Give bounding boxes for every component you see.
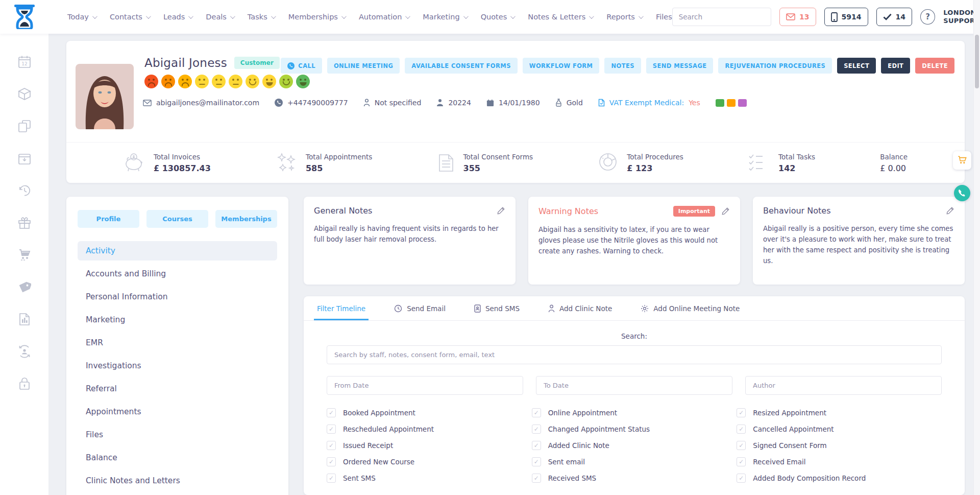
sidebar-item-personal-information[interactable]: Personal Information — [78, 287, 277, 307]
scrollbar-thumb[interactable] — [975, 35, 979, 88]
sidebar-item-accounts-and-billing[interactable]: Accounts and Billing — [78, 264, 277, 284]
checkbox-checked[interactable] — [327, 457, 336, 466]
rejuvenation-procedures-button[interactable]: REJUVENATION PROCEDURES — [718, 58, 832, 74]
checkbox-checked[interactable] — [737, 408, 746, 417]
mood-face-4-icon[interactable] — [195, 75, 209, 88]
nav-item-leads[interactable]: Leads — [163, 13, 192, 21]
floating-call-support-button[interactable] — [954, 185, 970, 201]
checkbox-checked[interactable] — [532, 457, 541, 466]
tab-courses[interactable]: Courses — [146, 210, 208, 228]
nav-item-today[interactable]: Today — [67, 13, 96, 21]
nav-item-files[interactable]: Files — [656, 13, 672, 21]
price-tag-icon[interactable] — [18, 280, 31, 294]
client-phone[interactable]: +447490009777 — [275, 99, 348, 107]
client-email[interactable]: abigailjones@mailinator.com — [143, 99, 259, 107]
vat-exempt-medical[interactable]: VAT Exempt Medical: Yes — [598, 99, 700, 107]
tab-profile[interactable]: Profile — [78, 210, 139, 228]
sidebar-item-emr[interactable]: EMR — [78, 333, 277, 352]
mood-face-10-icon[interactable] — [296, 75, 310, 88]
checkbox-checked[interactable] — [737, 441, 746, 450]
lock-icon[interactable] — [18, 377, 31, 390]
label-square-green[interactable] — [716, 99, 724, 107]
sidebar-item-referral[interactable]: Referral — [78, 379, 277, 398]
timeline-search-input[interactable] — [327, 345, 942, 364]
mood-face-5-icon[interactable] — [212, 75, 226, 88]
notes-button[interactable]: NOTES — [604, 58, 641, 74]
calendar-check-icon[interactable] — [18, 152, 31, 165]
workflow-form-button[interactable]: WORKFLOW FORM — [523, 58, 600, 74]
checkbox-checked[interactable] — [737, 474, 746, 483]
sidebar-item-balance[interactable]: Balance — [78, 448, 277, 467]
checkbox-checked[interactable] — [532, 474, 541, 483]
checkbox-checked[interactable] — [327, 425, 336, 434]
checkbox-checked[interactable] — [327, 474, 336, 483]
mood-face-8-icon[interactable] — [262, 75, 276, 88]
sidebar-item-investigations[interactable]: Investigations — [78, 356, 277, 375]
sidebar-item-activity[interactable]: Activity — [78, 241, 277, 261]
to-date-input[interactable] — [536, 376, 732, 395]
user-sync-icon[interactable] — [18, 345, 31, 358]
nav-item-marketing[interactable]: Marketing — [423, 13, 467, 21]
nav-item-tasks[interactable]: Tasks — [248, 13, 275, 21]
mood-face-6-icon[interactable] — [229, 75, 242, 88]
sidebar-item-files[interactable]: Files — [78, 425, 277, 444]
mood-face-1-icon[interactable] — [144, 75, 158, 88]
checkbox-checked[interactable] — [532, 425, 541, 434]
nav-item-notes-letters[interactable]: Notes & Letters — [528, 13, 593, 21]
label-square-purple[interactable] — [738, 99, 747, 107]
nav-item-quotes[interactable]: Quotes — [481, 13, 514, 21]
windows-copy-icon[interactable] — [18, 120, 31, 133]
checkbox-checked[interactable] — [737, 425, 746, 434]
sidebar-item-appointments[interactable]: Appointments — [78, 402, 277, 421]
edit-pencil-icon[interactable] — [497, 206, 505, 215]
nav-item-deals[interactable]: Deals — [206, 13, 234, 21]
cart-icon[interactable] — [18, 248, 31, 262]
available-consent-forms-button[interactable]: AVAILABLE CONSENT FORMS — [405, 58, 517, 74]
checkbox-checked[interactable] — [327, 408, 336, 417]
mood-face-2-icon[interactable] — [161, 75, 175, 88]
app-logo-hourglass-icon[interactable] — [13, 5, 36, 29]
edit-button[interactable]: EDIT — [881, 58, 910, 74]
checkbox-checked[interactable] — [737, 457, 746, 466]
calendar-icon[interactable]: 12 — [18, 55, 31, 68]
checkbox-checked[interactable] — [532, 408, 541, 417]
mood-face-9-icon[interactable] — [279, 75, 293, 88]
delete-button[interactable]: DELETE — [915, 58, 954, 74]
mail-notifications-button[interactable]: 13 — [779, 8, 816, 26]
mood-face-3-icon[interactable] — [178, 75, 192, 88]
nav-item-automation[interactable]: Automation — [359, 13, 409, 21]
client-photo[interactable] — [76, 64, 134, 129]
sidebar-item-clinic-notes-and-letters[interactable]: Clinic Notes and Letters — [78, 471, 277, 490]
tab-add-clinic-note[interactable]: Add Clinic Note — [548, 296, 612, 320]
tab-memberships[interactable]: Memberships — [215, 210, 277, 228]
online-meeting-button[interactable]: ONLINE MEETING — [327, 58, 400, 74]
page-scrollbar[interactable] — [973, 0, 980, 495]
sms-credits-button[interactable]: 5914 — [824, 8, 868, 26]
from-date-input[interactable] — [327, 376, 523, 395]
sidebar-item-marketing[interactable]: Marketing — [78, 310, 277, 329]
nav-item-reports[interactable]: Reports — [606, 13, 642, 21]
search-input[interactable] — [673, 13, 771, 21]
send-message-button[interactable]: SEND MESSAGE — [646, 58, 714, 74]
tab-filter-timeline[interactable]: Filter Timeline — [317, 296, 365, 320]
help-icon[interactable]: ? — [920, 9, 935, 25]
tab-send-email[interactable]: Send Email — [394, 296, 446, 320]
gift-icon[interactable] — [18, 216, 31, 229]
checkbox-checked[interactable] — [532, 441, 541, 450]
checkbox-checked[interactable] — [327, 441, 336, 450]
package-icon[interactable] — [18, 87, 31, 101]
label-square-orange[interactable] — [727, 99, 736, 107]
nav-item-memberships[interactable]: Memberships — [288, 13, 345, 21]
tab-add-online-meeting-note[interactable]: Add Online Meeting Note — [641, 296, 740, 320]
author-input[interactable] — [745, 376, 942, 395]
floating-cart-button[interactable] — [953, 151, 971, 170]
select-button[interactable]: SELECT — [837, 58, 876, 74]
edit-pencil-icon[interactable] — [721, 207, 730, 216]
chart-report-icon[interactable] — [18, 313, 31, 326]
history-icon[interactable] — [18, 184, 31, 197]
nav-item-contacts[interactable]: Contacts — [110, 13, 150, 21]
tasks-done-button[interactable]: 14 — [876, 8, 912, 26]
tab-send-sms[interactable]: Send SMS — [474, 296, 520, 320]
call-button[interactable]: CALL — [281, 58, 322, 74]
edit-pencil-icon[interactable] — [946, 206, 954, 215]
